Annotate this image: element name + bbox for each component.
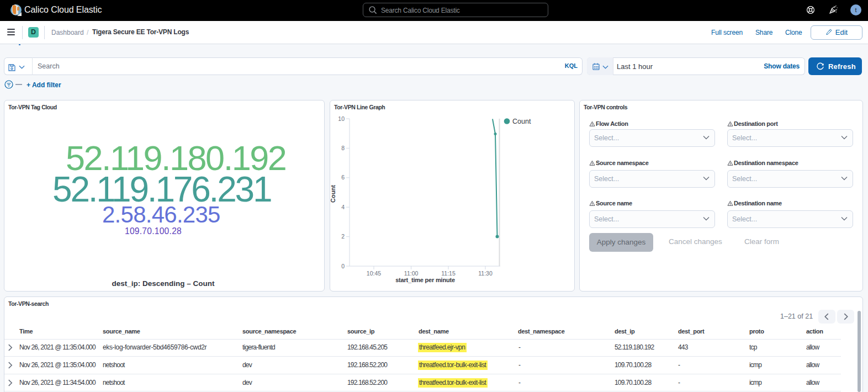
svg-text:10:45: 10:45	[367, 270, 381, 277]
svg-text:11:00: 11:00	[404, 270, 419, 277]
svg-text:0: 0	[341, 263, 345, 269]
svg-text:11:15: 11:15	[441, 270, 456, 277]
svg-text:11:30: 11:30	[478, 270, 493, 277]
svg-text:4: 4	[341, 204, 345, 210]
svg-text:8: 8	[341, 145, 345, 151]
svg-text:6: 6	[341, 174, 345, 181]
svg-text:Count: Count	[512, 118, 531, 125]
svg-text:start_time per minute: start_time per minute	[395, 277, 455, 283]
svg-text:2: 2	[341, 233, 345, 240]
svg-text:Count: Count	[330, 185, 336, 203]
svg-text:10: 10	[338, 115, 345, 122]
